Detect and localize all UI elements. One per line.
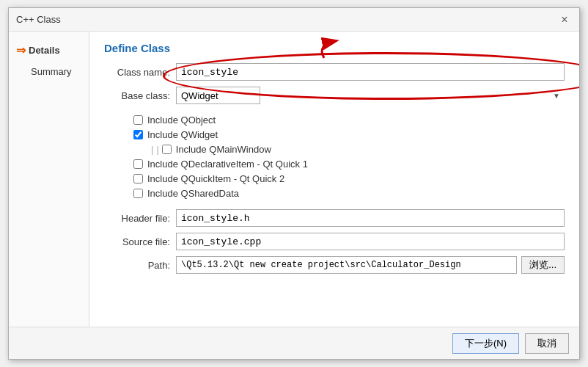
class-name-row: Class name: bbox=[104, 63, 565, 81]
source-file-input[interactable] bbox=[176, 233, 565, 250]
sidebar-item-summary[interactable]: Summary bbox=[9, 62, 89, 81]
checkbox-qdeclarative[interactable] bbox=[133, 159, 143, 169]
titlebar: C++ Class × bbox=[9, 8, 579, 32]
indent-bar2: | bbox=[156, 144, 158, 155]
checkbox-qobject-label: Include QObject bbox=[147, 115, 216, 126]
checkbox-qquickitem[interactable] bbox=[133, 174, 143, 184]
header-file-row: Header file: bbox=[104, 209, 565, 227]
checkbox-row-qwidget: Include QWidget bbox=[133, 129, 565, 140]
sidebar-summary-label: Summary bbox=[31, 66, 72, 77]
checkbox-row-qobject: Include QObject bbox=[133, 115, 565, 126]
base-class-select[interactable]: QWidget QObject QMainWindow QDeclarative… bbox=[176, 87, 260, 104]
main-content: Define Class Class name: Base class: bbox=[89, 32, 579, 327]
checkbox-row-qmainwindow: | | Include QMainWindow bbox=[151, 144, 565, 155]
source-file-row: Source file: bbox=[104, 233, 565, 250]
checkbox-row-qshareddata: Include QSharedData bbox=[133, 188, 565, 199]
sidebar: ⇒ Details Summary bbox=[9, 32, 89, 327]
checkbox-qobject[interactable] bbox=[133, 115, 143, 125]
checkboxes-section: Include QObject Include QWidget | | Incl… bbox=[133, 115, 565, 199]
class-name-input[interactable] bbox=[176, 63, 565, 81]
checkbox-qdeclarative-label: Include QDeclarativeItem - Qt Quick 1 bbox=[147, 159, 308, 170]
dialog-body: ⇒ Details Summary Define Class bbox=[9, 32, 579, 327]
path-label: Path: bbox=[104, 260, 170, 271]
path-input[interactable] bbox=[176, 256, 517, 274]
checkbox-row-qquickitem: Include QQuickItem - Qt Quick 2 bbox=[133, 173, 565, 184]
indent-bar1: | bbox=[151, 144, 153, 155]
dialog-footer: 下一步(N) 取消 bbox=[9, 327, 579, 359]
checkbox-qmainwindow[interactable] bbox=[162, 145, 172, 154]
checkbox-qshareddata-label: Include QSharedData bbox=[147, 188, 239, 199]
dialog-window: C++ Class × ⇒ Details Summary Define Cla… bbox=[8, 7, 580, 360]
dialog-title: C++ Class bbox=[16, 14, 61, 25]
class-name-label: Class name: bbox=[104, 67, 170, 78]
checkbox-qmainwindow-label: Include QMainWindow bbox=[176, 144, 271, 155]
checkbox-qshareddata[interactable] bbox=[133, 189, 143, 198]
checkbox-qwidget-label: Include QWidget bbox=[147, 129, 218, 140]
sidebar-details-label: Details bbox=[29, 45, 60, 56]
next-button[interactable]: 下一步(N) bbox=[452, 333, 519, 354]
header-file-label: Header file: bbox=[104, 213, 170, 224]
checkbox-qquickitem-label: Include QQuickItem - Qt Quick 2 bbox=[147, 173, 284, 184]
base-class-label: Base class: bbox=[104, 90, 170, 101]
checkbox-qwidget[interactable] bbox=[133, 130, 143, 139]
sidebar-item-details[interactable]: ⇒ Details bbox=[9, 39, 89, 62]
cancel-button[interactable]: 取消 bbox=[525, 333, 569, 354]
base-class-row: Base class: QWidget QObject QMainWindow … bbox=[104, 87, 565, 104]
path-row: Path: 浏览... bbox=[104, 256, 565, 274]
arrow-icon: ⇒ bbox=[16, 43, 26, 57]
header-file-input[interactable] bbox=[176, 209, 565, 227]
checkbox-row-qdeclarative: Include QDeclarativeItem - Qt Quick 1 bbox=[133, 159, 565, 170]
browse-button[interactable]: 浏览... bbox=[521, 256, 565, 274]
close-button[interactable]: × bbox=[557, 12, 572, 27]
bottom-fields: Header file: Source file: Path: 浏览... bbox=[104, 209, 565, 274]
section-title: Define Class bbox=[104, 42, 565, 54]
base-class-wrapper: QWidget QObject QMainWindow QDeclarative… bbox=[176, 87, 565, 104]
source-file-label: Source file: bbox=[104, 236, 170, 247]
